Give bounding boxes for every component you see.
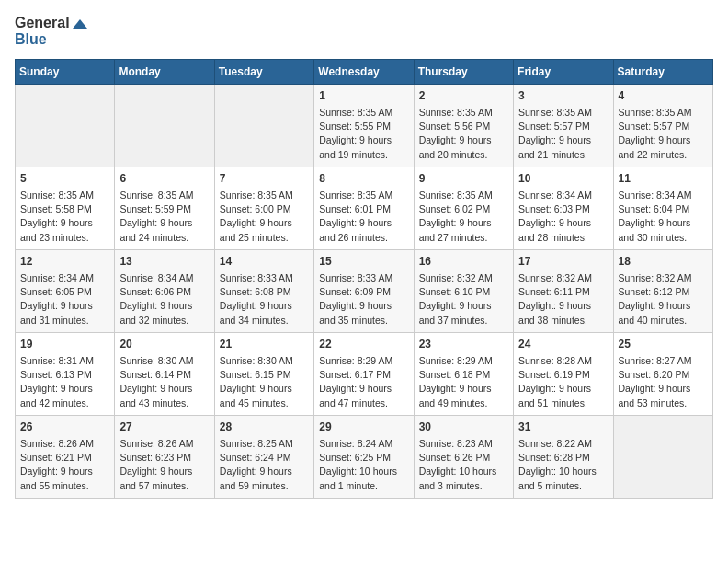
- day-info-line: Daylight: 10 hours and 5 minutes.: [518, 465, 608, 492]
- day-info-line: Sunset: 6:13 PM: [20, 368, 109, 382]
- day-number: 13: [119, 254, 209, 270]
- day-info-line: Sunset: 6:02 PM: [419, 202, 508, 216]
- day-info-line: Sunrise: 8:35 AM: [619, 106, 708, 120]
- logo-general: General: [15, 15, 70, 30]
- day-info-line: Daylight: 9 hours and 42 minutes.: [20, 382, 109, 409]
- day-info-line: Sunset: 6:25 PM: [319, 451, 408, 465]
- logo: General Blue: [15, 15, 87, 48]
- day-info-line: Sunset: 6:00 PM: [220, 202, 309, 216]
- weekday-header-row: SundayMondayTuesdayWednesdayThursdayFrid…: [16, 59, 713, 84]
- logo-text: General Blue: [15, 15, 87, 48]
- day-number: 6: [119, 171, 209, 187]
- day-cell-28: 28Sunrise: 8:25 AMSunset: 6:24 PMDayligh…: [214, 415, 313, 498]
- day-info-line: Daylight: 9 hours and 19 minutes.: [319, 133, 408, 161]
- day-info-line: Sunset: 5:57 PM: [518, 120, 608, 133]
- day-cell-8: 8Sunrise: 8:35 AMSunset: 6:01 PMDaylight…: [314, 167, 414, 249]
- day-info-line: Sunrise: 8:35 AM: [319, 106, 408, 120]
- day-number: 26: [20, 419, 109, 435]
- day-info-line: Sunset: 6:15 PM: [220, 368, 309, 382]
- weekday-header-thursday: Thursday: [414, 59, 513, 84]
- day-info-line: Daylight: 9 hours and 30 minutes.: [619, 216, 708, 244]
- day-info-line: Sunrise: 8:32 AM: [619, 271, 708, 285]
- logo-blue: Blue: [15, 31, 47, 47]
- day-number: 12: [20, 254, 109, 270]
- day-cell-11: 11Sunrise: 8:34 AMSunset: 6:04 PMDayligh…: [613, 167, 712, 249]
- day-info-line: Sunset: 6:12 PM: [619, 285, 708, 299]
- day-info-line: Sunset: 6:28 PM: [518, 451, 608, 465]
- day-number: 9: [419, 171, 508, 187]
- day-cell-2: 2Sunrise: 8:35 AMSunset: 5:56 PMDaylight…: [414, 84, 513, 167]
- week-row-1: 1Sunrise: 8:35 AMSunset: 5:55 PMDaylight…: [16, 84, 713, 167]
- day-cell-30: 30Sunrise: 8:23 AMSunset: 6:26 PMDayligh…: [414, 415, 513, 498]
- day-number: 8: [319, 171, 408, 187]
- weekday-header-sunday: Sunday: [16, 59, 115, 84]
- day-info-line: Daylight: 9 hours and 34 minutes.: [220, 299, 309, 327]
- day-cell-17: 17Sunrise: 8:32 AMSunset: 6:11 PMDayligh…: [514, 249, 613, 332]
- day-cell-13: 13Sunrise: 8:34 AMSunset: 6:06 PMDayligh…: [115, 249, 214, 332]
- day-info-line: Daylight: 9 hours and 37 minutes.: [419, 299, 508, 327]
- day-info-line: Daylight: 9 hours and 28 minutes.: [518, 216, 608, 244]
- day-info-line: Sunrise: 8:31 AM: [20, 354, 109, 368]
- day-info-line: Sunrise: 8:33 AM: [319, 271, 408, 285]
- day-cell-24: 24Sunrise: 8:28 AMSunset: 6:19 PMDayligh…: [514, 332, 613, 415]
- day-info-line: Daylight: 9 hours and 55 minutes.: [20, 465, 109, 492]
- weekday-header-tuesday: Tuesday: [214, 59, 313, 84]
- day-info-line: Sunrise: 8:34 AM: [20, 271, 109, 285]
- day-number: 20: [119, 337, 209, 352]
- day-info-line: Sunset: 6:24 PM: [220, 451, 309, 465]
- day-number: 25: [619, 337, 708, 352]
- calendar-table: SundayMondayTuesdayWednesdayThursdayFrid…: [15, 59, 713, 499]
- day-info-line: Daylight: 9 hours and 35 minutes.: [319, 299, 408, 327]
- day-cell-20: 20Sunrise: 8:30 AMSunset: 6:14 PMDayligh…: [115, 332, 214, 415]
- day-info-line: Daylight: 9 hours and 22 minutes.: [619, 133, 708, 161]
- day-cell-10: 10Sunrise: 8:34 AMSunset: 6:03 PMDayligh…: [514, 167, 613, 249]
- day-info-line: Daylight: 9 hours and 57 minutes.: [119, 465, 209, 492]
- day-cell-1: 1Sunrise: 8:35 AMSunset: 5:55 PMDaylight…: [314, 84, 414, 167]
- day-cell-23: 23Sunrise: 8:29 AMSunset: 6:18 PMDayligh…: [414, 332, 513, 415]
- day-info-line: Sunset: 6:26 PM: [419, 451, 508, 465]
- day-info-line: Sunset: 6:19 PM: [518, 368, 608, 382]
- day-info-line: Sunrise: 8:33 AM: [220, 271, 309, 285]
- day-cell-27: 27Sunrise: 8:26 AMSunset: 6:23 PMDayligh…: [115, 415, 214, 498]
- day-cell-5: 5Sunrise: 8:35 AMSunset: 5:58 PMDaylight…: [16, 167, 115, 249]
- day-info-line: Daylight: 9 hours and 49 minutes.: [419, 382, 508, 409]
- day-info-line: Sunset: 5:56 PM: [419, 120, 508, 133]
- day-info-line: Sunset: 5:58 PM: [20, 202, 109, 216]
- day-number: 31: [518, 419, 608, 435]
- page-header: General Blue: [15, 15, 713, 48]
- day-info-line: Daylight: 9 hours and 40 minutes.: [619, 299, 708, 327]
- day-number: 30: [419, 419, 508, 435]
- empty-cell: [613, 415, 712, 498]
- day-cell-16: 16Sunrise: 8:32 AMSunset: 6:10 PMDayligh…: [414, 249, 513, 332]
- day-info-line: Daylight: 9 hours and 43 minutes.: [119, 382, 209, 409]
- weekday-header-monday: Monday: [115, 59, 214, 84]
- week-row-5: 26Sunrise: 8:26 AMSunset: 6:21 PMDayligh…: [16, 415, 713, 498]
- day-info-line: Sunrise: 8:26 AM: [119, 437, 209, 451]
- day-info-line: Daylight: 9 hours and 24 minutes.: [119, 216, 209, 244]
- day-cell-7: 7Sunrise: 8:35 AMSunset: 6:00 PMDaylight…: [214, 167, 313, 249]
- day-info-line: Daylight: 9 hours and 21 minutes.: [518, 133, 608, 161]
- day-info-line: Sunrise: 8:32 AM: [518, 271, 608, 285]
- day-cell-25: 25Sunrise: 8:27 AMSunset: 6:20 PMDayligh…: [613, 332, 712, 415]
- day-info-line: Sunset: 6:10 PM: [419, 285, 508, 299]
- day-number: 24: [518, 337, 608, 352]
- day-number: 1: [319, 88, 408, 104]
- day-number: 21: [220, 337, 309, 352]
- day-info-line: Sunset: 6:20 PM: [619, 368, 708, 382]
- day-info-line: Daylight: 9 hours and 51 minutes.: [518, 382, 608, 409]
- day-number: 10: [518, 171, 608, 187]
- day-number: 7: [220, 171, 309, 187]
- day-info-line: Sunrise: 8:25 AM: [220, 437, 309, 451]
- day-info-line: Sunset: 6:06 PM: [119, 285, 209, 299]
- day-info-line: Sunset: 6:14 PM: [119, 368, 209, 382]
- day-info-line: Sunrise: 8:27 AM: [619, 354, 708, 368]
- empty-cell: [115, 84, 214, 167]
- day-number: 4: [619, 88, 708, 104]
- day-info-line: Sunset: 6:03 PM: [518, 202, 608, 216]
- day-info-line: Daylight: 10 hours and 1 minute.: [319, 465, 408, 492]
- day-info-line: Daylight: 9 hours and 32 minutes.: [119, 299, 209, 327]
- day-info-line: Sunset: 5:57 PM: [619, 120, 708, 133]
- day-number: 14: [220, 254, 309, 270]
- day-info-line: Daylight: 9 hours and 59 minutes.: [220, 465, 309, 492]
- day-info-line: Sunrise: 8:32 AM: [419, 271, 508, 285]
